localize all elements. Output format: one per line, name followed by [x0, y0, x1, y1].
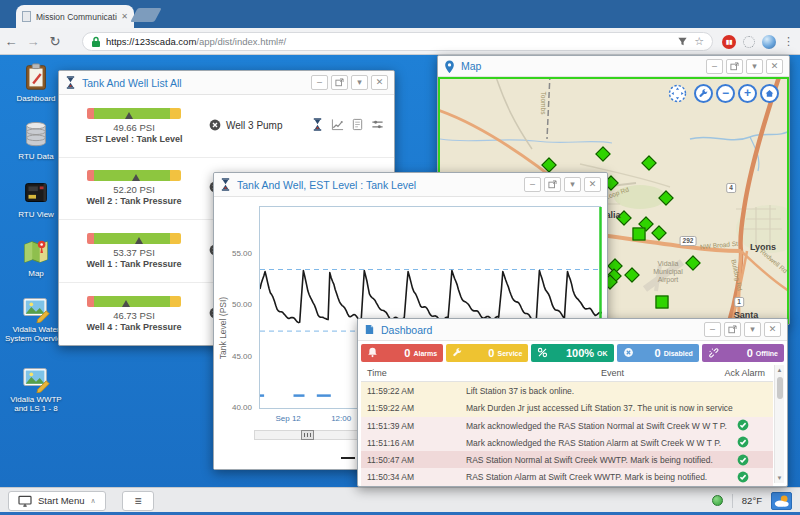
ack-check-icon[interactable] [737, 454, 749, 466]
map-marker-square[interactable] [656, 296, 669, 309]
monitor-icon [18, 495, 32, 507]
browser-menu-icon[interactable]: ⋮ [783, 35, 794, 48]
tank-level-gauge [87, 296, 182, 307]
link-icon [537, 344, 548, 362]
status-segment-service[interactable]: 0Service [446, 344, 528, 362]
desktop-icon-label: Vidalia WWTP and LS 1 - 8 [4, 395, 68, 413]
new-tab-button[interactable] [130, 8, 161, 22]
tank-value: 52.20 PSI [59, 184, 209, 195]
globe-extension-icon[interactable] [762, 35, 776, 49]
adblock-extension-icon[interactable]: ▮▮ [722, 35, 736, 49]
status-count: 0 [488, 347, 494, 359]
popout-button[interactable] [331, 75, 348, 90]
reload-icon[interactable]: ↻ [44, 34, 66, 49]
close-button[interactable]: ✕ [371, 75, 388, 90]
close-button[interactable]: ✕ [584, 177, 601, 192]
event-table-header: Time Event Ack Alarm [361, 365, 773, 382]
ack-check-icon[interactable] [737, 436, 749, 448]
tank-list-titlebar[interactable]: Tank And Well List All – ▾ ✕ [59, 71, 394, 95]
minimize-button[interactable]: – [706, 59, 723, 74]
chart-scrollbar-handle[interactable] [301, 430, 314, 440]
scroll-down-icon[interactable]: ▼ [775, 475, 784, 481]
window-menu-button[interactable]: ▾ [564, 177, 581, 192]
chart-titlebar[interactable]: Tank And Well, EST Level : Tank Level – … [214, 173, 607, 197]
page-favicon-icon [22, 11, 31, 22]
tank-gauge-block: 49.66 PSIEST Level : Tank Level [59, 108, 209, 144]
gauge-low-zone [87, 296, 95, 307]
close-button[interactable]: ✕ [766, 59, 783, 74]
map-label: Municipal [653, 268, 683, 275]
event-table-scrollbar[interactable]: ▲ ▼ [774, 365, 784, 483]
tank-level-gauge [87, 233, 182, 244]
event-row[interactable]: 11:50:34 AMRAS Station Alarm at Swift Cr… [361, 468, 773, 485]
map-marker-square[interactable] [633, 228, 646, 241]
pump-status: Well 3 Pump [209, 117, 311, 135]
close-button[interactable]: ✕ [764, 322, 781, 337]
popout-button[interactable] [726, 59, 743, 74]
report-icon[interactable] [351, 117, 364, 135]
desktop-icon-vidalia-wwtp-and-ls-1-8[interactable]: Vidalia WWTP and LS 1 - 8 [4, 363, 68, 413]
tank-gauge-block: 53.37 PSIWell 1 : Tank Pressure [59, 233, 209, 269]
back-icon[interactable]: ← [0, 34, 22, 49]
map-tools-icon[interactable] [694, 84, 713, 103]
legend-series-swatch [341, 457, 355, 459]
start-menu-button[interactable]: Start Menu ∧ [8, 491, 106, 511]
taskbar-menu-button[interactable]: ≡ [122, 491, 154, 511]
status-segment-ok[interactable]: 100%OK [531, 344, 613, 362]
history-icon[interactable] [311, 117, 324, 135]
xcircle-icon [623, 344, 634, 362]
event-time: 11:50:34 AM [367, 472, 414, 482]
tab-close-icon[interactable]: ✕ [121, 12, 128, 21]
ack-check-icon[interactable] [737, 471, 749, 483]
hourglass-icon [220, 178, 231, 191]
settings-sliders-icon[interactable] [371, 117, 384, 135]
map-pin-icon [444, 60, 455, 73]
event-row[interactable]: 11:59:22 AMLift Station 37 is back onlin… [361, 382, 773, 399]
minimize-button[interactable]: – [704, 322, 721, 337]
map-home-icon[interactable] [760, 84, 779, 103]
extension-placeholder-icon[interactable] [743, 36, 755, 48]
popout-button[interactable] [544, 177, 561, 192]
pump-status-icon[interactable] [209, 117, 221, 135]
tank-level-gauge [87, 108, 182, 119]
tank-label: Well 2 : Tank Pressure [59, 196, 209, 206]
forward-icon[interactable]: → [22, 34, 44, 49]
weather-icon[interactable] [771, 492, 792, 510]
event-row[interactable]: 11:51:16 AMMark acknowledged the RAS Sta… [361, 434, 773, 451]
event-row[interactable]: 11:51:39 AMMark acknowledged the RAS Sta… [361, 417, 773, 434]
tank-level-series [260, 271, 602, 323]
event-row[interactable]: 11:59:22 AMMark Durden Jr just accessed … [361, 399, 773, 416]
browser-tab[interactable]: Mission Communication ✕ [16, 5, 134, 28]
bookmark-star-icon[interactable]: ☆ [694, 35, 704, 48]
dashboard-window: Dashboard – ▾ ✕ 0Alarms0Service100%OK0Di… [357, 318, 788, 487]
status-count: 100% [566, 347, 594, 359]
map-titlebar[interactable]: Map – ▾ ✕ [438, 56, 789, 77]
map-pan-control[interactable] [668, 84, 687, 103]
event-time: 11:51:39 AM [367, 421, 414, 431]
column-ack-alarm: Ack Alarm [724, 368, 765, 378]
filter-extension-icon[interactable] [677, 36, 688, 47]
window-menu-button[interactable]: ▾ [746, 59, 763, 74]
connection-status-icon [712, 495, 723, 506]
zoom-in-icon[interactable]: + [738, 84, 757, 103]
trend-chart-icon[interactable] [331, 117, 344, 135]
minimize-button[interactable]: – [311, 75, 328, 90]
minimize-button[interactable]: – [524, 177, 541, 192]
dashboard-titlebar[interactable]: Dashboard – ▾ ✕ [358, 319, 787, 341]
status-segment-offline[interactable]: 0Offline [702, 344, 784, 362]
event-row[interactable]: 11:50:47 AMRAS Station Normal at Swift C… [361, 451, 773, 468]
row-actions [311, 117, 394, 135]
scrollbar-handle[interactable] [777, 377, 783, 399]
hourglass-icon [65, 76, 76, 89]
window-menu-button[interactable]: ▾ [744, 322, 761, 337]
status-segment-alarms[interactable]: 0Alarms [361, 344, 443, 362]
tank-label: Well 1 : Tank Pressure [59, 259, 209, 269]
scroll-up-icon[interactable]: ▲ [775, 367, 784, 373]
popout-button[interactable] [724, 322, 741, 337]
window-menu-button[interactable]: ▾ [351, 75, 368, 90]
ack-check-icon[interactable] [737, 419, 749, 431]
event-text: Lift Station 37 is back online. [466, 386, 733, 396]
zoom-out-icon[interactable]: − [716, 84, 735, 103]
address-bar[interactable]: https://123scada.com/app/dist/index.html… [82, 32, 713, 51]
status-segment-disabled[interactable]: 0Disabled [617, 344, 699, 362]
